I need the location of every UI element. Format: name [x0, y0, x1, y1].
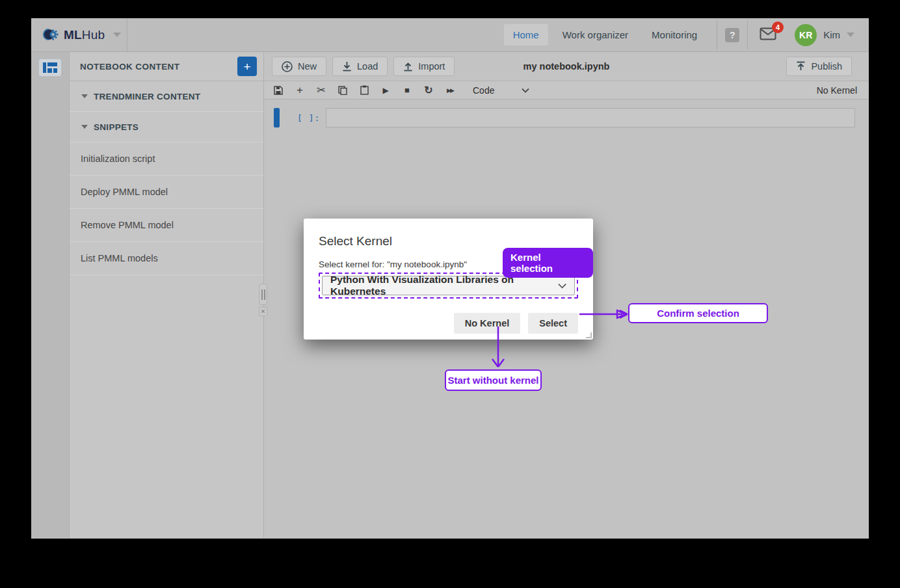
nav-monitoring[interactable]: Monitoring: [642, 24, 706, 46]
chevron-down-icon: [558, 283, 566, 289]
selected-cell-indicator: [274, 108, 280, 127]
kernel-status: No Kernel: [817, 85, 857, 96]
nav-work-organizer[interactable]: Work organizer: [553, 24, 637, 46]
sidebar-title: NOTEBOOK CONTENT: [80, 62, 179, 72]
import-button[interactable]: Import: [393, 57, 455, 76]
import-label: Import: [418, 61, 445, 72]
dialog-resize-handle[interactable]: [585, 332, 592, 338]
confirm-selection-annotation: Confirm selection: [628, 303, 768, 323]
cut-icon[interactable]: ✂: [316, 85, 326, 96]
left-icon-strip: [31, 52, 70, 538]
stop-icon[interactable]: ■: [402, 85, 412, 96]
notebook-file-toolbar: New Load Import my notebook.ipy: [264, 52, 869, 81]
restart-icon[interactable]: ↻: [423, 85, 434, 96]
kernel-dropdown[interactable]: Python With Visualization Libraries on K…: [322, 276, 575, 295]
select-kernel-dialog: Select Kernel Select kernel for: "my not…: [304, 219, 593, 340]
group-trendminer-content[interactable]: TRENDMINER CONTENT: [70, 81, 263, 112]
top-nav: Home Work organizer Monitoring ? 4 KR Ki…: [501, 18, 869, 51]
new-button[interactable]: New: [272, 57, 326, 76]
notebook-cell-toolbar: + ✂ ▶ ■ ↻ ▶▶: [264, 81, 869, 100]
load-label: Load: [357, 61, 378, 72]
user-name[interactable]: Kim: [823, 29, 840, 40]
snippet-list-pmml-models[interactable]: List PMML models: [70, 242, 263, 275]
layout-panels-icon: [43, 62, 57, 73]
chevron-down-icon: [81, 125, 88, 129]
divider: [747, 21, 748, 49]
sidebar-header: NOTEBOOK CONTENT +: [70, 52, 263, 81]
snippet-initialization-script[interactable]: Initialization script: [70, 142, 263, 176]
divider: [717, 21, 717, 49]
brand-name: MLHub: [64, 28, 105, 42]
start-without-kernel-annotation: Start without kernel: [445, 369, 542, 391]
help-icon[interactable]: ?: [725, 28, 739, 42]
group-label: SNIPPETS: [94, 122, 139, 132]
code-cell-input[interactable]: [326, 108, 855, 127]
panel-layout-button[interactable]: [38, 59, 62, 77]
brand[interactable]: MLHub: [31, 18, 127, 51]
upload-icon: [403, 61, 413, 72]
splitter-close-icon[interactable]: ✕: [259, 307, 267, 316]
select-button[interactable]: Select: [528, 313, 578, 334]
save-icon[interactable]: [273, 85, 284, 96]
load-button[interactable]: Load: [332, 57, 388, 76]
notifications-button[interactable]: 4: [760, 27, 776, 43]
paste-icon[interactable]: [359, 85, 369, 96]
snippet-remove-pmml-model[interactable]: Remove PMML model: [70, 209, 263, 242]
publish-label: Publish: [811, 61, 842, 72]
fast-forward-icon[interactable]: ▶▶: [445, 85, 455, 96]
mlhub-app-window: MLHub Home Work organizer Monitoring ? 4…: [31, 18, 869, 539]
download-icon: [342, 61, 352, 72]
cell-prompt: [ ]:: [297, 113, 320, 123]
copy-icon[interactable]: [338, 85, 348, 96]
avatar[interactable]: KR: [795, 24, 817, 46]
notebook-content-sidebar: NOTEBOOK CONTENT + TRENDMINER CONTENT SN…: [70, 52, 264, 538]
chevron-down-icon: [522, 88, 529, 93]
add-cell-icon[interactable]: +: [295, 85, 305, 96]
notebook-title: my notebook.ipynb: [523, 61, 610, 72]
brand-chevron-down-icon[interactable]: [113, 33, 121, 37]
cell-type-select[interactable]: Code: [473, 85, 529, 96]
start-without-kernel-arrow: [490, 327, 506, 369]
plus-circle-icon: [282, 61, 293, 72]
dialog-title: Select Kernel: [319, 234, 578, 248]
snippet-deploy-pmml-model[interactable]: Deploy PMML model: [70, 176, 263, 209]
nav-home[interactable]: Home: [504, 24, 548, 46]
dialog-buttons: No Kernel Select: [319, 313, 578, 334]
chevron-down-icon: [81, 94, 88, 98]
notification-count-badge: 4: [772, 21, 784, 33]
run-icon[interactable]: ▶: [380, 85, 391, 96]
new-label: New: [298, 61, 317, 72]
splitter-grip-handle[interactable]: [259, 284, 267, 305]
group-snippets[interactable]: SNIPPETS: [70, 112, 263, 142]
no-kernel-button[interactable]: No Kernel: [454, 313, 521, 334]
publish-button[interactable]: Publish: [786, 57, 852, 76]
group-label: TRENDMINER CONTENT: [94, 92, 200, 101]
add-notebook-button[interactable]: +: [237, 57, 257, 76]
confirm-selection-arrow: [579, 309, 630, 319]
sidebar-splitter: ✕: [259, 284, 267, 316]
top-bar: MLHub Home Work organizer Monitoring ? 4…: [31, 18, 869, 52]
kernel-selection-annotation-badge: Kernel selection: [503, 248, 593, 278]
cell-type-value: Code: [473, 85, 494, 96]
publish-icon: [796, 61, 806, 72]
user-chevron-down-icon[interactable]: [847, 33, 854, 37]
mlhub-logo-icon: [42, 26, 59, 44]
